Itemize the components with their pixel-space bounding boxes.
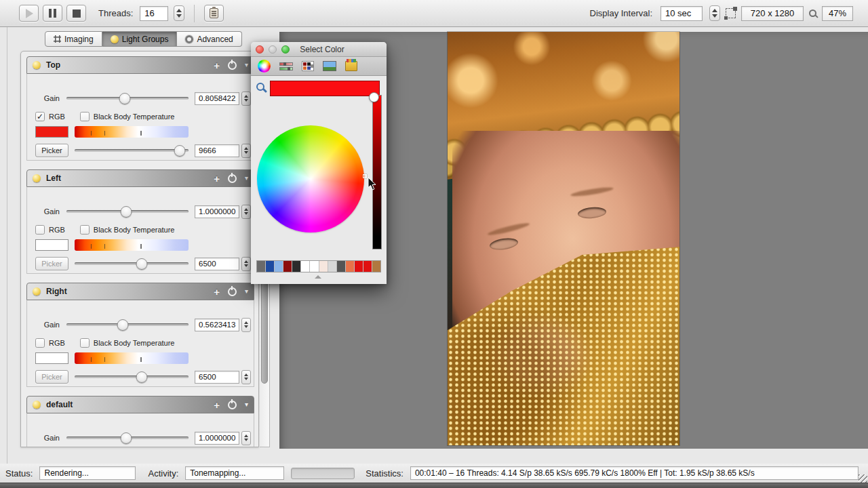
color-sliders-tab-icon[interactable] [279,61,293,72]
add-icon[interactable]: + [214,60,220,70]
blackbody-gradient[interactable] [75,352,189,364]
display-interval-stepper[interactable] [709,5,720,21]
color-swatch[interactable] [35,239,68,251]
color-wheel-tab-icon[interactable] [258,60,271,73]
temperature-stepper[interactable] [241,144,251,158]
stop-button[interactable] [66,5,86,22]
bbt-checkbox[interactable] [80,112,90,121]
temperature-value-field[interactable]: 6500 [195,258,239,270]
dialog-titlebar[interactable]: Select Color [251,42,387,57]
selection-region-icon[interactable] [726,8,736,18]
minimize-icon[interactable] [269,45,277,54]
bbt-checkbox[interactable] [80,225,90,235]
temperature-stepper[interactable] [241,257,251,271]
gain-stepper[interactable] [241,318,251,332]
group-header[interactable]: default + ▾ [26,396,254,413]
slider-thumb[interactable] [136,371,148,383]
picker-button[interactable]: Picker [35,257,68,270]
gain-slider[interactable] [66,432,189,444]
swatch-cell[interactable] [372,261,380,272]
blackbody-gradient[interactable] [75,126,189,138]
threads-input[interactable]: 16 [140,6,168,21]
temperature-slider[interactable] [75,144,189,157]
tab-advanced[interactable]: Advanced [177,31,241,47]
gain-value-field[interactable]: 0.8058422 [195,92,239,105]
blackbody-gradient[interactable] [75,239,189,251]
temperature-slider[interactable] [75,258,189,270]
panel-splitter[interactable] [7,27,7,464]
color-swatch[interactable] [35,126,68,138]
power-icon[interactable] [228,401,237,409]
copy-button[interactable] [204,5,224,22]
maximize-icon[interactable] [281,45,290,54]
swatch-cell[interactable] [310,261,319,272]
rgb-checkbox[interactable]: ✓ [35,112,45,121]
power-icon[interactable] [228,174,237,183]
slider-thumb[interactable] [174,145,185,157]
group-header[interactable]: Top + ▾ [26,56,254,74]
color-palette-tab-icon[interactable] [302,61,314,71]
gain-stepper[interactable] [241,205,251,219]
close-icon[interactable] [256,45,264,54]
color-wheel[interactable] [257,125,364,232]
pause-button[interactable] [43,5,62,22]
zoom-magnifier-icon[interactable] [809,9,816,17]
power-icon[interactable] [228,287,237,296]
chevron-down-icon[interactable]: ▾ [245,288,248,295]
bbt-checkbox[interactable] [80,338,90,348]
slider-thumb[interactable] [119,93,131,104]
threads-stepper[interactable] [174,5,184,21]
swatch-cell[interactable] [292,261,301,272]
brightness-slider[interactable] [372,95,382,249]
swatch-cell[interactable] [275,261,283,272]
add-icon[interactable]: + [214,287,220,297]
slider-thumb[interactable] [121,206,132,218]
resolution-display[interactable]: 488 x 868 [741,6,804,21]
image-palette-tab-icon[interactable] [323,61,336,71]
chevron-down-icon[interactable]: ▾ [245,401,248,408]
swatch-cell[interactable] [301,261,310,272]
dialog-resize-dimple[interactable] [315,275,321,279]
group-header[interactable]: Right + ▾ [26,283,254,300]
add-icon[interactable]: + [214,400,220,410]
gain-stepper[interactable] [241,92,251,106]
gain-slider[interactable] [66,319,189,331]
picker-button[interactable]: Picker [35,144,68,157]
gain-value-field[interactable]: 0.5623413 [195,319,239,331]
chevron-down-icon[interactable]: ▾ [245,175,248,182]
group-header[interactable]: Left + ▾ [26,169,254,187]
color-picker-loupe-icon[interactable] [256,83,264,91]
swatch-cell[interactable] [283,261,292,272]
swatch-cell[interactable] [328,261,337,272]
gain-value-field[interactable]: 1.0000000 [195,205,239,218]
color-wheel-marker[interactable] [363,174,367,178]
swatch-cell[interactable] [363,261,372,272]
display-interval-input[interactable]: 10 sec [660,6,703,21]
rgb-checkbox[interactable] [35,225,45,235]
gain-slider[interactable] [66,92,189,104]
temperature-value-field[interactable]: 6500 [195,371,239,384]
tab-light-groups[interactable]: Light Groups [102,31,178,47]
tab-imaging[interactable]: Imaging [45,31,102,47]
swatch-cell[interactable] [257,261,266,272]
slider-thumb[interactable] [136,258,148,270]
power-icon[interactable] [228,61,237,70]
picker-button[interactable]: Picker [35,370,68,384]
chevron-down-icon[interactable]: ▾ [245,62,248,68]
gain-slider[interactable] [66,205,189,218]
temperature-value-field[interactable]: 9666 [195,144,239,157]
brightness-slider-thumb[interactable] [369,92,379,102]
gain-stepper[interactable] [241,431,251,445]
play-button[interactable] [19,5,39,22]
temperature-stepper[interactable] [241,370,251,384]
crayons-tab-icon[interactable] [345,61,357,71]
temperature-slider[interactable] [75,371,189,383]
slider-thumb[interactable] [117,319,128,331]
swatch-cell[interactable] [266,261,275,272]
swatch-cell[interactable] [319,261,328,272]
slider-thumb[interactable] [121,432,132,444]
color-swatch[interactable] [35,352,68,364]
gain-value-field[interactable]: 1.0000000 [195,432,239,445]
swatch-cell[interactable] [346,261,355,272]
rgb-checkbox[interactable] [35,338,45,348]
